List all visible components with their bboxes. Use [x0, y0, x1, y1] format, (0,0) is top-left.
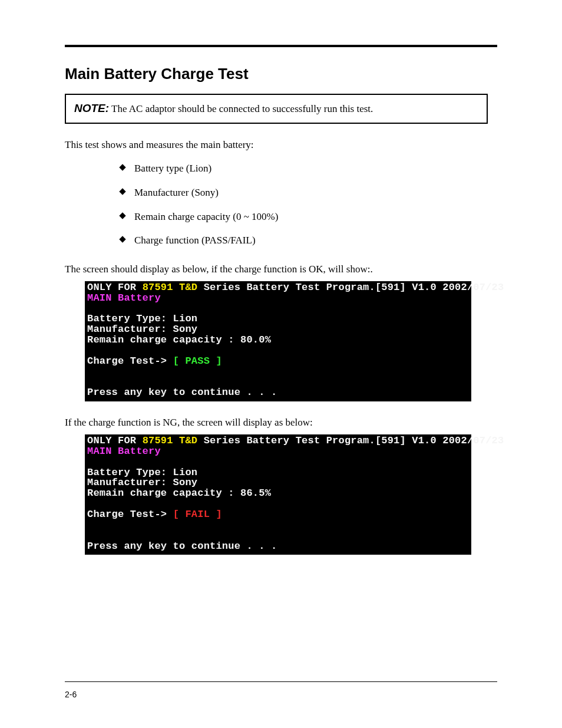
- main-battery-label: MAIN Battery: [87, 446, 161, 457]
- charge-test-pre: Charge Test->: [87, 355, 173, 367]
- list-item: Battery type (Lion): [120, 162, 497, 176]
- hdr-post: Series Battery Test Program.[591] V1.0 2…: [197, 435, 504, 446]
- manufacturer: Manufacturer: Sony: [87, 324, 197, 335]
- bottom-rule: [65, 681, 497, 682]
- battery-type: Battery Type: Lion: [87, 467, 197, 478]
- note-text: The AC adaptor should be connected to su…: [111, 103, 373, 114]
- terminal-fail: ONLY FOR 87591 T&D Series Battery Test P…: [85, 434, 471, 555]
- hdr-post: Series Battery Test Program.[591] V1.0 2…: [197, 282, 504, 293]
- note-label: NOTE:: [74, 102, 109, 114]
- top-rule: [65, 45, 497, 47]
- main-battery-label: MAIN Battery: [87, 292, 161, 304]
- press-any-key: Press any key to continue . . .: [87, 387, 277, 398]
- charge-test-pre: Charge Test->: [87, 509, 173, 520]
- list-item: Remain charge capacity (0 ~ 100%): [120, 210, 497, 225]
- press-any-key: Press any key to continue . . .: [87, 541, 277, 552]
- section-title: Main Battery Charge Test: [65, 65, 497, 83]
- charge-test-result-fail: [ FAIL ]: [173, 509, 222, 520]
- document-page: Main Battery Charge Test NOTE: The AC ad…: [0, 0, 562, 555]
- hdr-model: 87591 T&D: [143, 282, 198, 293]
- feature-list: Battery type (Lion) Manufacturer (Sony) …: [120, 162, 497, 248]
- list-item: Charge function (PASS/FAIL): [120, 233, 497, 248]
- manufacturer: Manufacturer: Sony: [87, 477, 197, 488]
- battery-type: Battery Type: Lion: [87, 313, 197, 324]
- list-item: Manufacturer (Sony): [120, 186, 497, 200]
- intro-paragraph: This test shows and measures the main ba…: [65, 138, 497, 153]
- charge-test-result-pass: [ PASS ]: [173, 355, 222, 367]
- fail-lead-in: If the charge function is NG, the screen…: [65, 417, 497, 429]
- pass-lead-in: The screen should display as below, if t…: [65, 263, 497, 275]
- remain-capacity: Remain charge capacity : 86.5%: [87, 487, 271, 499]
- hdr-model: 87591 T&D: [143, 435, 198, 446]
- hdr-pre: ONLY FOR: [87, 435, 143, 446]
- note-box: NOTE: The AC adaptor should be connected…: [65, 94, 488, 124]
- page-number: 2-6: [65, 690, 77, 699]
- remain-capacity: Remain charge capacity : 80.0%: [87, 334, 271, 345]
- terminal-pass: ONLY FOR 87591 T&D Series Battery Test P…: [85, 281, 471, 401]
- hdr-pre: ONLY FOR: [87, 282, 143, 293]
